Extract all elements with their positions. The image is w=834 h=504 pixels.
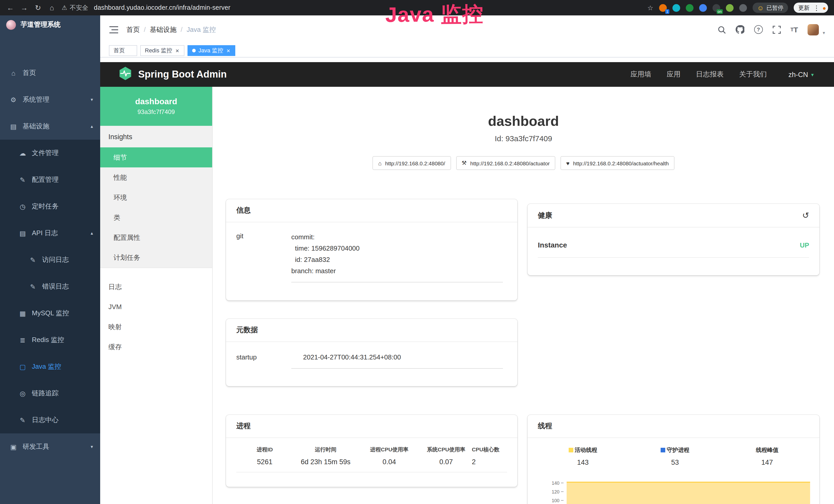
brand-title: 芋道管理系统: [21, 20, 61, 29]
sba-menu-item[interactable]: 类: [100, 207, 212, 228]
sidebar-item[interactable]: ▤ 基础设施 ▴: [0, 113, 100, 140]
y-axis-tick-mark: [561, 483, 564, 483]
sba-menu-item[interactable]: 环境: [100, 187, 212, 207]
sidebar-item[interactable]: ✎ 错误日志: [0, 273, 100, 300]
breadcrumb-home[interactable]: 首页: [126, 25, 140, 34]
process-card: 进程 进程ID运行时间进程CPU使用率系统CPU使用率CPU核心数 52616d…: [226, 415, 517, 487]
sidebar-item-label: 基础设施: [23, 122, 86, 131]
sidebar-item-icon: ≣: [19, 336, 27, 344]
language-label: zh-CN: [788, 71, 808, 78]
sidebar-item-icon: ▢: [19, 363, 27, 370]
reload-icon[interactable]: ↻: [34, 4, 42, 12]
browser-extension-icon[interactable]: [672, 4, 680, 12]
health-instance-row[interactable]: Instance UP: [538, 241, 809, 258]
sba-menu-item[interactable]: 映射: [100, 317, 212, 337]
view-tab[interactable]: Redis 监控 ×: [140, 45, 184, 56]
sba-menu-group-insights[interactable]: Insights: [100, 126, 212, 147]
sidebar-item[interactable]: ⚙ 系统管理 ▾: [0, 86, 100, 113]
sba-nav-item[interactable]: 关于我们: [739, 70, 767, 79]
sidebar-item[interactable]: ◷ 定时任务: [0, 193, 100, 220]
threads-legend-cell: 守护进程 53: [629, 446, 721, 466]
sba-menu-item[interactable]: 日志: [100, 277, 212, 297]
extension-badge: 1: [665, 9, 670, 14]
back-icon[interactable]: ←: [6, 4, 14, 12]
process-value-cell: 5261: [236, 458, 293, 466]
process-header-cell: CPU核心数: [472, 446, 499, 453]
sba-menu-item[interactable]: 细节: [100, 147, 212, 167]
instance-link[interactable]: ♥ http://192.168.0.2:48080/actuator/heal…: [561, 156, 675, 170]
sba-selected-app[interactable]: dashboard 93a3fc7f7409: [100, 87, 212, 126]
sba-menu-item[interactable]: JVM: [100, 297, 212, 317]
info-card-title: 信息: [226, 199, 517, 222]
sidebar-item[interactable]: ▤ API 日志 ▴: [0, 220, 100, 247]
address-url[interactable]: dashboard.yudao.iocoder.cn/infra/admin-s…: [94, 4, 231, 11]
browser-extension-icon[interactable]: [685, 4, 693, 12]
chevron-down-icon: ▾: [811, 72, 814, 77]
sidebar-item[interactable]: ☁ 文件管理: [0, 140, 100, 166]
sba-nav-item[interactable]: 应用墙: [630, 70, 651, 79]
process-header-cell: 运行时间: [293, 446, 358, 453]
bookmark-star-icon[interactable]: ☆: [647, 4, 653, 12]
sidebar-item[interactable]: ≣ Redis 监控: [0, 327, 100, 353]
sidebar-item[interactable]: ✎ 访问日志: [0, 247, 100, 273]
sba-menu-item-label: 日志: [108, 282, 122, 292]
font-size-icon[interactable]: TT: [791, 25, 798, 33]
avatar-caret-icon[interactable]: ▾: [823, 30, 825, 35]
update-button[interactable]: 更新 ⋮: [794, 3, 828, 13]
sba-nav-item[interactable]: 日志报表: [696, 70, 724, 79]
github-icon[interactable]: [736, 25, 744, 34]
sba-menu-item-label: 环境: [113, 193, 127, 202]
sidebar-item-icon: ◷: [19, 203, 27, 210]
threads-chart-y-axis: 140 120 100: [542, 479, 564, 504]
sba-menu-item-label: 配置属性: [113, 233, 140, 242]
tab-label: 首页: [113, 47, 125, 54]
sidebar-item[interactable]: ▢ Java 监控: [0, 353, 100, 380]
process-value-cell: 2: [472, 458, 476, 466]
app-brand[interactable]: 芋道管理系统: [0, 16, 100, 34]
sidebar-item[interactable]: ✎ 配置管理: [0, 166, 100, 193]
sba-nav-item[interactable]: 应用: [666, 70, 680, 79]
browser-extension-icon[interactable]: [739, 4, 747, 12]
sidebar-toggle-icon[interactable]: [109, 26, 118, 33]
user-avatar[interactable]: [808, 24, 819, 35]
forward-icon[interactable]: →: [20, 4, 28, 12]
fullscreen-icon[interactable]: [773, 25, 781, 33]
browser-extension-icon[interactable]: [726, 4, 733, 12]
search-icon[interactable]: [718, 25, 726, 33]
sidebar-item[interactable]: ▦ MySQL 监控: [0, 300, 100, 327]
sba-menu-item[interactable]: 缓存: [100, 337, 212, 357]
browser-extension-icon[interactable]: on: [712, 4, 720, 12]
instance-link[interactable]: ⚒ http://192.168.0.2:48080/actuator: [456, 156, 555, 170]
sba-insights-group: Insights 细节 性能 环境 类: [100, 126, 212, 268]
health-history-icon[interactable]: ↺: [802, 210, 809, 220]
help-icon[interactable]: ?: [754, 25, 763, 34]
sba-menu-item[interactable]: 计划任务: [100, 248, 212, 268]
browser-extension-icon[interactable]: 1: [659, 4, 666, 12]
chevron-icon: ▾: [91, 444, 93, 449]
browser-extension-icon[interactable]: [699, 4, 707, 12]
site-security-indicator[interactable]: ⚠ 不安全: [62, 3, 88, 12]
security-warning-label: 不安全: [70, 3, 88, 12]
info-git-label: git: [236, 232, 291, 282]
sidebar-item[interactable]: ✎ 日志中心: [0, 407, 100, 433]
language-selector[interactable]: zh-CN ▾: [788, 71, 814, 78]
sba-menu-item[interactable]: 性能: [100, 167, 212, 187]
view-tab[interactable]: Java 监控 ×: [188, 45, 236, 56]
sba-title[interactable]: Spring Boot Admin: [138, 69, 227, 80]
instance-link[interactable]: ⌂ http://192.168.0.2:48080/: [372, 156, 451, 170]
legend-value: 147: [761, 459, 773, 466]
tab-close-icon[interactable]: ×: [226, 47, 231, 54]
profile-paused-badge[interactable]: ☺ 已暂停: [752, 3, 788, 13]
sidebar-item[interactable]: ◎ 链路追踪: [0, 380, 100, 407]
sidebar-item-label: 文件管理: [32, 148, 88, 158]
sba-menu-item[interactable]: 配置属性: [100, 228, 212, 248]
sidebar-item[interactable]: ▣ 研发工具 ▾: [0, 433, 100, 460]
home-icon[interactable]: ⌂: [48, 4, 56, 12]
chevron-icon: ▴: [91, 124, 93, 129]
sidebar-item[interactable]: ⌂ 首页: [0, 60, 100, 86]
browser-menu-icon[interactable]: ⋮: [813, 4, 820, 12]
view-tab[interactable]: 首页: [109, 45, 137, 56]
tab-close-icon[interactable]: ×: [175, 47, 180, 54]
breadcrumb-infra[interactable]: 基础设施: [150, 25, 176, 34]
sba-insights-items: 细节 性能 环境 类 配置属性: [100, 147, 212, 268]
